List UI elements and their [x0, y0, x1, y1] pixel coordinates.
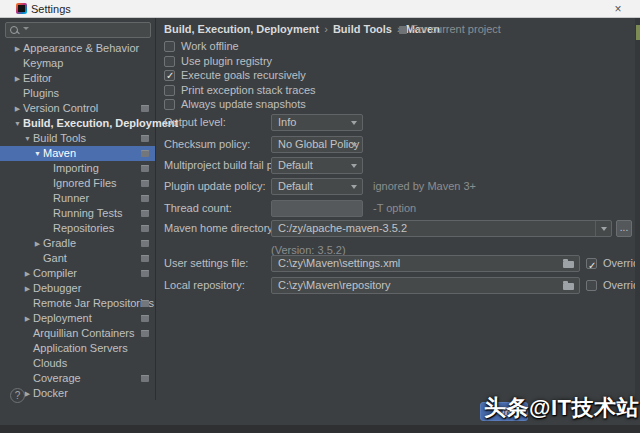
override-checkbox-1[interactable]: Override	[586, 277, 640, 294]
path-value: C:\zy\Maven\repository	[278, 279, 390, 291]
checkbox-box-icon[interactable]	[586, 258, 597, 269]
sidebar-item-build-execution-deployment[interactable]: ▼Build, Execution, Deployment	[0, 116, 155, 131]
chevron-right-icon[interactable]: ▶	[22, 266, 33, 281]
checkbox-label: Print exception stack traces	[181, 84, 316, 96]
sidebar-item-version-control[interactable]: ▶Version Control	[0, 101, 155, 116]
chevron-down-icon	[351, 121, 357, 125]
sidebar-item-arquillian-containers[interactable]: Arquillian Containers	[0, 326, 155, 341]
sidebar-item-clouds[interactable]: Clouds	[0, 356, 155, 371]
chevron-right-icon[interactable]: ▶	[22, 311, 33, 326]
per-project-settings-icon	[141, 150, 149, 157]
sidebar-item-label: Compiler	[33, 267, 77, 279]
sidebar-item-label: Gant	[43, 252, 67, 264]
close-icon[interactable]: ×	[611, 2, 625, 16]
chevron-down-icon[interactable]: ▼	[32, 146, 43, 161]
checkbox-box-icon[interactable]	[164, 70, 175, 81]
sidebar-item-runner[interactable]: Runner	[0, 191, 155, 206]
field-note: -T option	[373, 200, 416, 217]
sidebar-item-remote-jar-repositories[interactable]: Remote Jar Repositories	[0, 296, 155, 311]
breadcrumb-segment-build-execution-deployment[interactable]: Build, Execution, Deployment	[164, 23, 319, 35]
browse-button[interactable]: ...	[616, 220, 632, 237]
checkbox-print-exception-stack-traces[interactable]: Print exception stack traces	[164, 84, 316, 97]
chevron-down-icon[interactable]: ▼	[12, 116, 23, 131]
sidebar-item-running-tests[interactable]: Running Tests	[0, 206, 155, 221]
sidebar-item-label: Plugins	[23, 87, 59, 99]
sidebar-item-repositories[interactable]: Repositories	[0, 221, 155, 236]
search-options-chevron-icon[interactable]	[23, 27, 29, 30]
sidebar-item-keymap[interactable]: Keymap	[0, 56, 155, 71]
sidebar-item-compiler[interactable]: ▶Compiler	[0, 266, 155, 281]
sidebar-item-coverage[interactable]: Coverage	[0, 371, 155, 386]
field-label-user-settings-file: User settings file:	[164, 255, 248, 272]
folder-icon[interactable]	[563, 259, 575, 268]
chevron-right-icon[interactable]: ▶	[22, 281, 33, 296]
dropdown-output-level[interactable]: Info	[271, 114, 363, 131]
sidebar-item-importing[interactable]: Importing	[0, 161, 155, 176]
chevron-right-icon[interactable]: ▶	[12, 71, 23, 86]
folder-icon[interactable]	[563, 281, 575, 290]
sidebar-item-deployment[interactable]: ▶Deployment	[0, 311, 155, 326]
sidebar-item-label: Deployment	[33, 312, 92, 324]
chevron-down-icon	[601, 227, 607, 231]
sidebar-item-label: Application Servers	[33, 342, 128, 354]
sidebar-item-gant[interactable]: Gant	[0, 251, 155, 266]
settings-search-input[interactable]	[5, 22, 151, 38]
sidebar-item-label: Clouds	[33, 357, 67, 369]
checkbox-execute-goals-recursively[interactable]: Execute goals recursively	[164, 69, 306, 82]
sidebar-item-editor[interactable]: ▶Editor	[0, 71, 155, 86]
chevron-right-icon[interactable]: ▶	[12, 41, 23, 56]
scroll-stripe[interactable]	[635, 18, 640, 400]
sidebar-item-label: Build Tools	[33, 132, 86, 144]
path-value: C:\zy\Maven\settings.xml	[278, 257, 400, 269]
help-button[interactable]: ?	[10, 388, 25, 403]
per-project-settings-icon	[141, 210, 149, 217]
override-checkbox-0[interactable]: Override	[586, 255, 640, 272]
dropdown-multiproject-build-fail-policy[interactable]: Default	[271, 157, 363, 174]
breadcrumb-segment-build-tools[interactable]: Build Tools	[333, 23, 392, 35]
project-scope-icon	[399, 26, 407, 34]
sidebar-item-plugins[interactable]: Plugins	[0, 86, 155, 101]
checkbox-always-update-snapshots[interactable]: Always update snapshots	[164, 98, 306, 111]
sidebar-item-appearance-behavior[interactable]: ▶Appearance & Behavior	[0, 41, 155, 56]
sidebar-item-build-tools[interactable]: ▼Build Tools	[0, 131, 155, 146]
local-repository-input[interactable]: C:\zy\Maven\repository	[271, 277, 580, 294]
checkbox-use-plugin-registry[interactable]: Use plugin registry	[164, 55, 272, 68]
sidebar-item-application-servers[interactable]: Application Servers	[0, 341, 155, 356]
chevron-right-icon[interactable]: ▶	[12, 101, 23, 116]
maven-home-directory-input[interactable]: C:/zy/apache-maven-3.5.2	[271, 220, 612, 237]
maven-home-value: C:/zy/apache-maven-3.5.2	[278, 222, 407, 234]
dropdown-checksum-policy[interactable]: No Global Policy	[271, 136, 363, 153]
thread-count-input[interactable]	[271, 200, 363, 217]
per-project-settings-icon	[141, 135, 149, 142]
checkbox-box-icon[interactable]	[164, 99, 175, 110]
field-label-checksum-policy: Checksum policy:	[164, 136, 250, 153]
sidebar-item-label: Keymap	[23, 57, 63, 69]
window-title: Settings	[31, 3, 71, 15]
search-icon	[10, 26, 20, 36]
checkbox-box-icon[interactable]	[164, 56, 175, 67]
sidebar-item-label: Appearance & Behavior	[23, 42, 139, 54]
dropdown-value: Info	[278, 116, 296, 128]
checkbox-box-icon[interactable]	[164, 41, 175, 52]
checkbox-label: Use plugin registry	[181, 55, 272, 67]
sidebar-item-debugger[interactable]: ▶Debugger	[0, 281, 155, 296]
dropdown-plugin-update-policy[interactable]: Default	[271, 178, 363, 195]
user-settings-file-input[interactable]: C:\zy\Maven\settings.xml	[271, 255, 580, 272]
sidebar-item-ignored-files[interactable]: Ignored Files	[0, 176, 155, 191]
settings-sidebar: ▶Appearance & BehaviorKeymap▶EditorPlugi…	[0, 18, 156, 400]
chevron-down-icon	[351, 185, 357, 189]
checkbox-work-offline[interactable]: Work offline	[164, 40, 239, 53]
field-note: ignored by Maven 3+	[373, 178, 476, 195]
chevron-right-icon[interactable]: ▶	[32, 236, 43, 251]
checkbox-box-icon[interactable]	[586, 280, 597, 291]
per-project-settings-icon	[141, 375, 149, 382]
checkbox-box-icon[interactable]	[164, 85, 175, 96]
sidebar-item-maven[interactable]: ▼Maven	[0, 146, 155, 161]
sidebar-item-gradle[interactable]: ▶Gradle	[0, 236, 155, 251]
sidebar-item-label: Debugger	[33, 282, 81, 294]
sidebar-item-label: Version Control	[23, 102, 98, 114]
per-project-settings-icon	[141, 165, 149, 172]
chevron-down-icon[interactable]: ▼	[22, 131, 33, 146]
maven-home-dropdown-button[interactable]	[595, 221, 611, 236]
per-project-settings-icon	[141, 180, 149, 187]
